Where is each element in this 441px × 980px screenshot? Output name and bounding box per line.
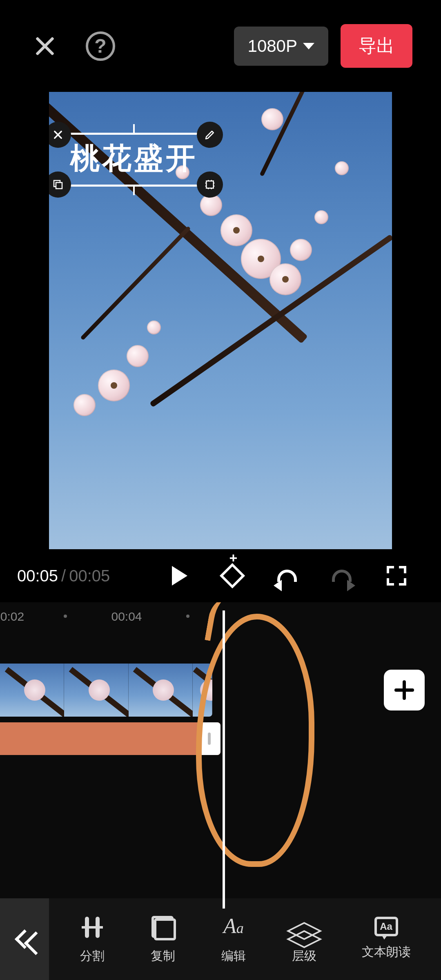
blossom [314,210,328,224]
tool-layer[interactable]: 层级 [291,914,317,964]
tool-split[interactable]: 分割 [79,914,105,964]
ruler-label: 00:04 [111,610,142,624]
blossom [147,321,161,334]
total-time: 00:05 [69,567,110,585]
redo-icon [332,570,352,582]
tts-icon: Aa [374,917,398,936]
resolution-label: 1080P [248,36,297,56]
blossom [98,370,130,401]
bottom-toolbar: 分割 复制 编辑 层级 Aa 文本朗读 [0,898,441,980]
fullscreen-icon [387,566,406,586]
clip-trim-handle[interactable] [198,722,220,755]
split-icon [79,914,105,940]
blossom [290,239,312,261]
redo-button[interactable] [329,563,354,588]
undo-icon [277,570,297,582]
tool-edit[interactable]: 编辑 [220,914,247,964]
svg-rect-2 [206,181,214,188]
tool-label: 分割 [80,948,105,964]
clip-thumbnail [64,664,128,717]
clip-thumbnail [193,664,212,717]
blossom [74,394,96,416]
copy-icon [150,914,176,940]
timeline-panel[interactable]: 0:02 00:04 [0,602,441,909]
text-track-clip[interactable] [0,722,220,755]
ruler-label: 0:02 [0,610,24,624]
close-icon[interactable] [29,30,61,62]
video-track-clip[interactable] [0,664,212,717]
ruler-tick [186,615,189,618]
tool-tts[interactable]: Aa 文本朗读 [362,914,411,964]
clip-thumbnail [0,664,64,717]
chevron-left-icon [15,929,34,949]
current-time: 00:05 [17,567,58,585]
tool-label: 复制 [151,948,175,964]
tool-label: 层级 [292,948,316,964]
time-ruler[interactable]: 0:02 00:04 [0,602,441,631]
blossom [261,108,283,130]
overlay-handle-top[interactable] [133,124,135,135]
overlay-edit-icon[interactable] [197,122,223,148]
keyframe-button[interactable] [220,563,245,588]
export-button[interactable]: 导出 [341,24,412,68]
play-button[interactable] [165,563,190,588]
tool-label: 编辑 [221,948,246,964]
playhead[interactable] [223,610,225,909]
clip-thumbnail [129,664,193,717]
edit-icon [220,914,247,940]
layer-icon [291,914,317,940]
time-separator: / [61,567,66,585]
overlay-scale-icon[interactable] [197,172,223,198]
blossom [220,214,252,246]
tool-copy[interactable]: 复制 [150,914,176,964]
back-button[interactable] [0,898,49,980]
fullscreen-button[interactable] [384,563,409,588]
overlay-text-content: 桃花盛开 [70,139,198,178]
preview-canvas[interactable]: 桃花盛开 [49,92,392,549]
blossom [127,345,149,367]
svg-rect-1 [56,183,62,189]
play-icon [172,566,187,586]
help-icon[interactable]: ? [86,31,115,61]
overlay-handle-bottom[interactable] [133,185,135,195]
tool-buttons: 分割 复制 编辑 层级 Aa 文本朗读 [49,914,441,964]
text-overlay[interactable]: 桃花盛开 [58,133,210,187]
blossom [335,161,349,175]
blossom [270,263,301,295]
keyframe-icon [220,563,245,588]
tool-label: 文本朗读 [362,944,411,960]
add-clip-button[interactable] [384,670,425,710]
playback-bar: 00:05 / 00:05 [0,549,441,602]
header-bar: ? 1080P 导出 [0,0,441,92]
ruler-tick [64,615,67,618]
undo-button[interactable] [274,563,300,588]
resolution-dropdown[interactable]: 1080P [234,27,328,66]
